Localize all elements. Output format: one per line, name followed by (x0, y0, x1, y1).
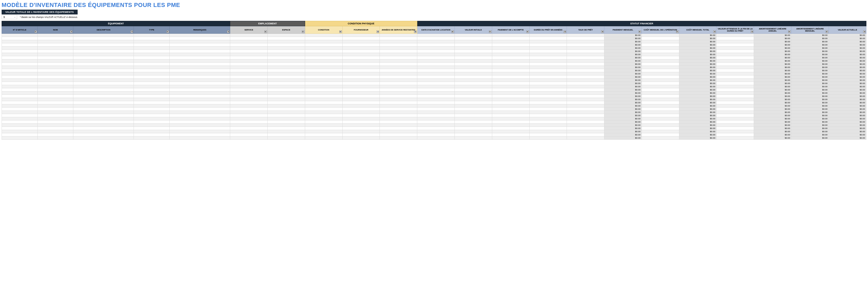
cell[interactable] (37, 133, 73, 136)
cell[interactable]: $0.00 (754, 98, 792, 101)
cell[interactable] (417, 127, 455, 130)
cell[interactable] (716, 107, 754, 111)
cell[interactable] (73, 34, 134, 37)
col-type[interactable]: TYPE (134, 26, 170, 34)
cell[interactable]: $0.00 (754, 69, 792, 72)
cell[interactable]: $0.00 (679, 107, 716, 111)
cell[interactable] (268, 75, 305, 79)
cell[interactable] (268, 79, 305, 82)
cell[interactable] (455, 104, 492, 107)
cell[interactable] (2, 114, 38, 117)
cell[interactable] (134, 104, 170, 107)
cell[interactable] (417, 43, 455, 46)
cell[interactable] (417, 98, 455, 101)
cell[interactable] (492, 95, 529, 98)
cell[interactable]: $0.00 (791, 101, 829, 104)
cell[interactable] (567, 34, 604, 37)
cell[interactable] (268, 130, 305, 133)
cell[interactable] (305, 101, 342, 104)
cell[interactable] (2, 53, 38, 56)
cell[interactable] (642, 114, 679, 117)
cell[interactable] (73, 104, 134, 107)
cell[interactable] (455, 136, 492, 140)
cell[interactable] (716, 75, 754, 79)
cell[interactable] (37, 117, 73, 120)
cell[interactable] (268, 46, 305, 50)
cell[interactable] (268, 127, 305, 130)
cell[interactable] (169, 88, 230, 92)
cell[interactable] (268, 117, 305, 120)
cell[interactable] (230, 95, 268, 98)
cell[interactable]: $0.00 (604, 92, 642, 95)
cell[interactable] (230, 101, 268, 104)
cell[interactable]: $0.00 (791, 50, 829, 53)
cell[interactable] (134, 56, 170, 59)
cell[interactable]: $0.00 (829, 50, 866, 53)
cell[interactable] (380, 92, 417, 95)
cell[interactable] (134, 117, 170, 120)
cell[interactable] (455, 34, 492, 37)
cell[interactable]: $0.00 (791, 85, 829, 88)
cell[interactable] (169, 127, 230, 130)
cell[interactable] (2, 124, 38, 127)
cell[interactable] (305, 63, 342, 66)
cell[interactable] (73, 133, 134, 136)
cell[interactable] (455, 117, 492, 120)
cell[interactable] (305, 66, 342, 69)
cell[interactable] (417, 69, 455, 72)
cell[interactable] (716, 124, 754, 127)
cell[interactable] (134, 120, 170, 124)
cell[interactable] (230, 63, 268, 66)
cell[interactable]: $0.00 (754, 40, 792, 43)
cell[interactable] (342, 104, 380, 107)
cell[interactable] (642, 133, 679, 136)
cell[interactable] (268, 59, 305, 63)
cell[interactable] (169, 104, 230, 107)
cell[interactable]: $0.00 (604, 59, 642, 63)
cell[interactable] (268, 95, 305, 98)
cell[interactable] (567, 92, 604, 95)
cell[interactable]: $0.00 (829, 40, 866, 43)
cell[interactable] (73, 114, 134, 117)
cell[interactable] (73, 88, 134, 92)
cell[interactable] (567, 124, 604, 127)
cell[interactable]: $0.00 (754, 111, 792, 114)
cell[interactable] (492, 88, 529, 92)
cell[interactable] (37, 98, 73, 101)
cell[interactable] (529, 120, 567, 124)
cell[interactable] (642, 98, 679, 101)
cell[interactable] (455, 82, 492, 85)
cell[interactable]: $0.00 (791, 82, 829, 85)
cell[interactable] (567, 95, 604, 98)
cell[interactable] (73, 69, 134, 72)
cell[interactable] (2, 117, 38, 120)
cell[interactable] (716, 50, 754, 53)
cell[interactable]: $0.00 (604, 101, 642, 104)
cell[interactable] (169, 107, 230, 111)
filter-dropdown-icon[interactable] (377, 31, 379, 33)
cell[interactable] (417, 79, 455, 82)
cell[interactable] (417, 63, 455, 66)
cell[interactable] (529, 56, 567, 59)
cell[interactable] (529, 107, 567, 111)
cell[interactable] (716, 88, 754, 92)
cell[interactable]: $0.00 (829, 37, 866, 40)
cell[interactable] (716, 34, 754, 37)
col-current_value[interactable]: VALEUR ACTUELLE (829, 26, 866, 34)
cell[interactable] (716, 92, 754, 95)
cell[interactable] (417, 34, 455, 37)
cell[interactable]: $0.00 (679, 120, 716, 124)
filter-dropdown-icon[interactable] (676, 31, 679, 33)
col-department[interactable]: SERVICE (230, 26, 268, 34)
cell[interactable] (380, 75, 417, 79)
cell[interactable] (455, 107, 492, 111)
cell[interactable]: $0.00 (754, 133, 792, 136)
cell[interactable] (567, 75, 604, 79)
cell[interactable] (455, 79, 492, 82)
cell[interactable]: $0.00 (829, 85, 866, 88)
cell[interactable] (455, 114, 492, 117)
cell[interactable] (417, 120, 455, 124)
filter-dropdown-icon[interactable] (302, 31, 304, 33)
cell[interactable]: $0.00 (754, 66, 792, 69)
cell[interactable] (380, 53, 417, 56)
